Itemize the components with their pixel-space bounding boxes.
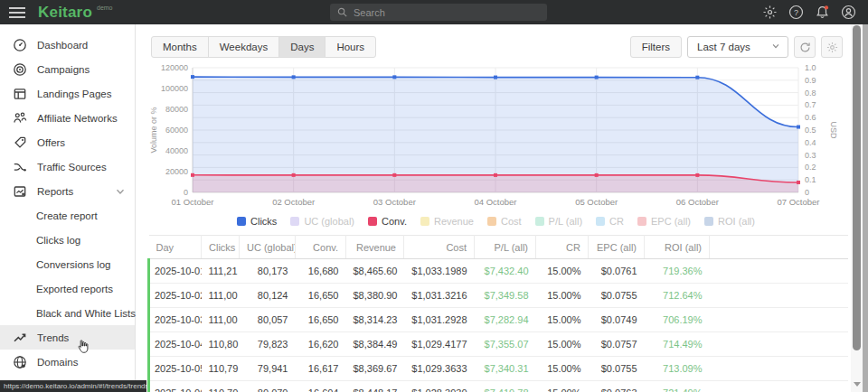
- col-header-cost[interactable]: Cost: [404, 236, 475, 259]
- cell: $8,314.23: [346, 308, 404, 332]
- cell: $1,029.3633: [404, 357, 475, 381]
- col-header-epc-all[interactable]: EPC (all): [589, 236, 645, 259]
- sidebar-item-clicks-log[interactable]: Clicks log: [0, 228, 135, 252]
- legend-item-revenue[interactable]: Revenue: [420, 216, 474, 227]
- cell: 110,80: [202, 332, 240, 357]
- cell: 719.36%: [645, 259, 710, 284]
- refresh-button[interactable]: [794, 36, 816, 58]
- gear-icon[interactable]: [762, 5, 778, 20]
- bell-icon[interactable]: [815, 5, 830, 20]
- svg-text:0.8: 0.8: [805, 89, 816, 98]
- logo-demo-badge: demo: [97, 5, 113, 11]
- cell: 706.19%: [645, 308, 710, 332]
- col-header-roi-all[interactable]: ROI (all): [645, 236, 710, 259]
- scrollbar-thumb[interactable]: [853, 25, 861, 350]
- tab-weekdays[interactable]: Weekdays: [208, 36, 279, 58]
- cell: 111,00: [202, 284, 240, 308]
- sidebar-item-create-report[interactable]: Create report: [0, 203, 135, 228]
- col-header-cr[interactable]: CR: [536, 236, 589, 259]
- cell: $7,349.58: [475, 284, 536, 308]
- sidebar-item-label: Exported reports: [36, 284, 113, 294]
- svg-text:0.3: 0.3: [805, 151, 816, 160]
- cell: $0.0755: [589, 284, 645, 308]
- cell: $0.0763: [589, 381, 645, 392]
- legend-item-roi-all[interactable]: ROI (all): [704, 216, 755, 227]
- svg-text:07 October: 07 October: [778, 197, 820, 207]
- search-icon: [337, 5, 347, 21]
- table-header-row: DayClicksUC (global)Conv.RevenueCostP/L …: [149, 236, 848, 259]
- sidebar-item-trends[interactable]: Trends: [0, 325, 135, 350]
- legend-label: P/L (all): [549, 216, 583, 227]
- col-header-day[interactable]: Day: [149, 236, 202, 259]
- svg-text:60000: 60000: [165, 126, 188, 135]
- legend-swatch: [535, 217, 544, 226]
- cell: 2025-10-01: [149, 259, 202, 284]
- app-logo[interactable]: Keitaro: [38, 0, 92, 24]
- cell: 15.00%: [536, 284, 589, 308]
- sidebar-item-traffic-sources[interactable]: Traffic Sources: [0, 154, 135, 179]
- filters-button[interactable]: Filters: [630, 36, 682, 58]
- status-url-tooltip: https://demo.keitaro.io/admin/#!/trends/…: [0, 380, 146, 392]
- date-range-select[interactable]: Last 7 days: [687, 36, 788, 58]
- sidebar-item-campaigns[interactable]: Campaigns: [0, 57, 135, 81]
- legend-swatch: [368, 217, 377, 226]
- legend-swatch: [237, 217, 246, 226]
- sidebar-item-label: Affiliate Networks: [37, 113, 118, 124]
- sidebar-item-reports[interactable]: Reports: [0, 179, 135, 203]
- col-header-uc-global[interactable]: UC (global): [240, 236, 296, 259]
- sidebar-item-domains[interactable]: Domains: [0, 350, 135, 374]
- svg-text:20000: 20000: [165, 167, 188, 176]
- col-header-clicks[interactable]: Clicks: [202, 236, 240, 259]
- chart-settings-button[interactable]: [821, 36, 843, 58]
- search-input[interactable]: [354, 7, 525, 18]
- cell: [710, 332, 848, 357]
- traffic-sources-icon: [13, 160, 27, 174]
- legend-item-epc-all[interactable]: EPC (all): [637, 216, 691, 227]
- sidebar-item-affiliate-networks[interactable]: Affiliate Networks: [0, 106, 135, 130]
- svg-text:0: 0: [184, 188, 188, 197]
- cell: 2025-10-02: [149, 284, 202, 308]
- legend-item-p-l-all[interactable]: P/L (all): [535, 216, 583, 227]
- svg-text:?: ?: [794, 8, 798, 17]
- sidebar-item-label: Traffic Sources: [37, 162, 107, 173]
- col-header-p-l-all[interactable]: P/L (all): [475, 236, 536, 259]
- chart-legend: ClicksUC (global)Conv.RevenueCostP/L (al…: [146, 213, 846, 229]
- tab-months[interactable]: Months: [151, 36, 209, 58]
- topbar: Keitaro demo ?: [0, 0, 868, 24]
- sidebar-item-black-and-white-lists[interactable]: Black and White Lists: [0, 301, 135, 325]
- svg-text:0.6: 0.6: [805, 113, 816, 122]
- cell: [710, 284, 848, 308]
- cell: $1,031.3216: [404, 284, 475, 308]
- cell: $8,384.49: [346, 332, 404, 357]
- account-icon[interactable]: [841, 5, 856, 20]
- sidebar-item-label: Trends: [37, 332, 69, 343]
- chevron-down-icon: [771, 42, 780, 52]
- sidebar-item-dashboard[interactable]: Dashboard: [0, 33, 135, 57]
- table-row: 2025-10-04110,8079,82316,620$8,384.49$1,…: [149, 332, 848, 357]
- legend-item-clicks[interactable]: Clicks: [237, 216, 277, 227]
- tab-days[interactable]: Days: [278, 36, 326, 58]
- sidebar-item-offers[interactable]: Offers: [0, 130, 135, 154]
- sidebar-item-conversions-log[interactable]: Conversions log: [0, 252, 135, 276]
- legend-item-cr[interactable]: CR: [596, 216, 624, 227]
- legend-swatch: [290, 217, 299, 226]
- legend-label: Clicks: [250, 216, 277, 227]
- help-icon[interactable]: ?: [788, 5, 804, 20]
- sidebar-item-landings-pages[interactable]: Landings Pages: [0, 81, 135, 106]
- col-header-conv[interactable]: Conv.: [296, 236, 346, 259]
- legend-item-conv[interactable]: Conv.: [368, 216, 407, 227]
- cell: 80,124: [240, 284, 296, 308]
- legend-item-cost[interactable]: Cost: [487, 216, 522, 227]
- date-range-value: Last 7 days: [697, 42, 750, 52]
- cell: 714.49%: [645, 332, 710, 357]
- scrollbar-down-arrow[interactable]: [854, 382, 861, 387]
- tab-hours[interactable]: Hours: [325, 36, 376, 58]
- sidebar-item-exported-reports[interactable]: Exported reports: [0, 276, 135, 301]
- legend-swatch: [420, 217, 429, 226]
- legend-item-uc-global[interactable]: UC (global): [290, 216, 354, 227]
- svg-text:0.2: 0.2: [805, 163, 816, 172]
- sidebar-item-label: Offers: [37, 137, 65, 148]
- col-header-revenue[interactable]: Revenue: [346, 236, 404, 259]
- menu-icon[interactable]: [8, 6, 26, 19]
- global-search[interactable]: [330, 4, 547, 21]
